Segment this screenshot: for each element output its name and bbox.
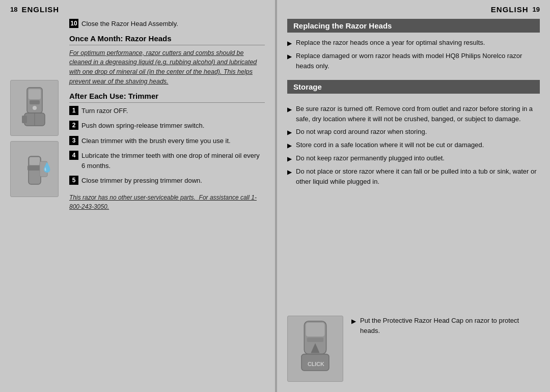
step-1-text: Turn razor OFF.: [81, 106, 265, 116]
svg-rect-6: [22, 116, 27, 123]
storage-bullets-container: ▶Be sure razor is turned off. Remove cor…: [287, 104, 540, 186]
section1-heading: Once A Month: Razor Heads: [69, 34, 265, 45]
svg-rect-8: [30, 157, 40, 165]
step-5-text: Close trimmer by pressing trimmer down.: [81, 176, 265, 186]
storage-bullet-text-6: Put the Protective Razor Head Cap on raz…: [360, 316, 540, 335]
section1-bullets: ▶ Replace the razor heads once a year fo…: [287, 38, 540, 74]
left-page-title: ENGLISH: [21, 5, 59, 14]
step-1-number: 1: [69, 106, 78, 115]
section2-heading: After Each Use: Trimmer: [69, 92, 265, 103]
step-1-row: 1 Turn razor OFF.: [69, 106, 265, 116]
storage-bullet-text-2: Do not wrap cord around razor when stori…: [296, 127, 540, 137]
storage-bullet-text-3: Store cord in a safe location where it w…: [296, 140, 540, 150]
step-3-number: 3: [69, 136, 78, 145]
storage-diamond-icon-6: ▶: [351, 317, 356, 326]
left-page-number: 18: [10, 6, 17, 13]
section1-para: For optimum performance, razor cutters a…: [69, 48, 265, 87]
bullet-text-replace-2: Replace damaged or worn razor heads with…: [296, 51, 540, 71]
step-4-text: Lubricate the trimmer teeth with one dro…: [81, 151, 265, 171]
step-2-number: 2: [69, 121, 78, 130]
storage-diamond-icon-5: ▶: [287, 167, 292, 177]
step-4-number: 4: [69, 151, 78, 160]
left-header: 18 ENGLISH: [0, 0, 275, 19]
svg-rect-2: [30, 100, 40, 104]
bullet-item-replace-1: ▶ Replace the razor heads once a year fo…: [287, 38, 540, 48]
svg-rect-13: [306, 323, 325, 337]
step-3-row: 3 Clean trimmer with the brush every tim…: [69, 136, 265, 146]
right-content: Replacing the Razor Heads ▶ Replace the …: [277, 19, 550, 392]
right-page: ENGLISH 19 Replacing the Razor Heads ▶ R…: [277, 0, 550, 392]
step-2-row: 2 Push down spring-release trimmer switc…: [69, 121, 265, 131]
trimmer-illustration-2: 💧: [14, 146, 55, 192]
last-bullets-container: ▶Put the Protective Razor Head Cap on ra…: [351, 316, 540, 335]
razor-cap-image: CLICK: [287, 316, 343, 382]
svg-rect-14: [307, 338, 323, 342]
trimmer-illustration-1: [14, 85, 55, 131]
step-10-number: 10: [69, 19, 78, 28]
left-content: 💧 10 Close the Razor Head Assembly. Once…: [0, 19, 275, 392]
storage-bullets-main: ▶Be sure razor is turned off. Remove cor…: [287, 104, 540, 189]
storage-bullet-5: ▶Do not place or store razor where it ca…: [287, 166, 540, 186]
right-page-title: ENGLISH: [491, 5, 529, 14]
storage-diamond-icon-1: ▶: [287, 105, 292, 114]
left-images-column: 💧: [10, 19, 61, 382]
right-page-number: 19: [533, 6, 540, 13]
storage-diamond-icon-2: ▶: [287, 128, 292, 137]
right-bottom-area: ▶Be sure razor is turned off. Remove cor…: [287, 104, 540, 189]
last-bullet-col: ▶Put the Protective Razor Head Cap on ra…: [351, 316, 540, 382]
left-page: 18 ENGLISH: [0, 0, 275, 392]
bullet-item-replace-2: ▶ Replace damaged or worn razor heads wi…: [287, 51, 540, 71]
step-4-row: 4 Lubricate the trimmer teeth with one d…: [69, 151, 265, 171]
bullet-text-replace-1: Replace the razor heads once a year for …: [296, 38, 540, 48]
trimmer-image-2: 💧: [10, 141, 59, 197]
trimmer-image-1: [10, 80, 59, 136]
step-3-text: Clean trimmer with the brush every time …: [81, 136, 265, 146]
svg-point-5: [33, 106, 37, 110]
footnote-text: This razor has no other user-serviceable…: [69, 193, 265, 211]
storage-diamond-icon-3: ▶: [287, 141, 292, 150]
storage-bullet-6: ▶Put the Protective Razor Head Cap on ra…: [351, 316, 540, 335]
step-10-text: Close the Razor Head Assembly.: [81, 19, 265, 29]
storage-diamond-icon-4: ▶: [287, 154, 292, 163]
section2-title-bar: Storage: [287, 80, 540, 94]
svg-rect-1: [29, 89, 41, 99]
svg-text:CLICK: CLICK: [308, 361, 324, 368]
svg-text:💧: 💧: [41, 162, 53, 173]
step-5-number: 5: [69, 176, 78, 185]
bullet-diamond-icon-2: ▶: [287, 52, 292, 61]
storage-bullet-text-5: Do not place or store razor where it can…: [296, 166, 540, 186]
bullet-diamond-icon-1: ▶: [287, 39, 292, 48]
storage-bullet-3: ▶Store cord in a safe location where it …: [287, 140, 540, 150]
razor-cap-illustration: CLICK: [288, 316, 343, 382]
right-header: ENGLISH 19: [277, 0, 550, 19]
left-text-column: 10 Close the Razor Head Assembly. Once A…: [69, 19, 265, 382]
storage-bullet-text-4: Do not keep razor permanently plugged in…: [296, 153, 540, 163]
storage-bullet-text-1: Be sure razor is turned off. Remove cord…: [296, 104, 540, 124]
section1-title-bar: Replacing the Razor Heads: [287, 19, 540, 33]
storage-bullet-1: ▶Be sure razor is turned off. Remove cor…: [287, 104, 540, 124]
step-5-row: 5 Close trimmer by pressing trimmer down…: [69, 176, 265, 186]
step-10-row: 10 Close the Razor Head Assembly.: [69, 19, 265, 29]
storage-bullet-4: ▶Do not keep razor permanently plugged i…: [287, 153, 540, 163]
step-2-text: Push down spring-release trimmer switch.: [81, 121, 265, 131]
page-spread: 18 ENGLISH: [0, 0, 550, 392]
bottom-section: CLICK ▶Put the Protective Razor Head Cap…: [287, 316, 540, 382]
storage-bullet-2: ▶Do not wrap cord around razor when stor…: [287, 127, 540, 137]
